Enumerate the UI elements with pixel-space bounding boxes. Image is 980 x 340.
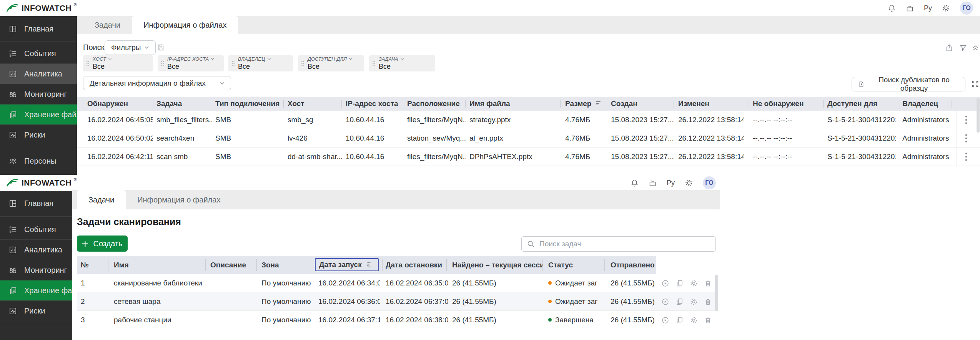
guide-icon[interactable]	[906, 4, 914, 12]
task-settings-icon[interactable]	[690, 298, 698, 306]
drag-handle-icon[interactable]	[231, 61, 235, 66]
filter-chip-task[interactable]: ЗАДАЧАВсе	[369, 55, 435, 71]
filter-funnel-icon[interactable]	[959, 44, 967, 52]
column-header[interactable]: Тип подключения	[215, 97, 284, 111]
create-task-button[interactable]: Создать	[77, 236, 128, 252]
delete-task-icon[interactable]	[704, 279, 712, 287]
column-header[interactable]: Задача	[156, 97, 212, 111]
export-icon[interactable]	[945, 44, 953, 52]
sidebar-item-analytics[interactable]: Аналитика	[0, 64, 77, 84]
column-header[interactable]: №	[81, 256, 104, 274]
sidebar-item-risks[interactable]: Риски	[0, 301, 72, 321]
delete-task-icon[interactable]	[704, 316, 712, 324]
copy-task-icon[interactable]	[676, 316, 684, 324]
column-header[interactable]: Зона	[261, 256, 311, 274]
collapse-icon[interactable]	[971, 44, 980, 52]
sidebar-item-file-storage[interactable]: Хранение файлов	[0, 104, 77, 124]
duplicate-search-button[interactable]: Поиск дубликатов по образцу	[852, 77, 965, 91]
delete-task-icon[interactable]	[704, 298, 712, 306]
table-row[interactable]: 2 сетевая шара По умолчанию 16.02.2024 0…	[77, 292, 715, 311]
sort-icon[interactable]	[595, 101, 602, 106]
table-row[interactable]: 16.02.2024 06:45:05 smb_files_filters...…	[77, 111, 980, 129]
sidebar-item-persons[interactable]: Персоны	[0, 151, 77, 171]
copy-task-icon[interactable]	[676, 298, 684, 306]
sidebar-item-home[interactable]: Главная	[0, 193, 72, 213]
language-switcher[interactable]: Ру	[924, 4, 932, 12]
save-filter-icon[interactable]	[157, 43, 165, 51]
task-search-input[interactable]	[521, 236, 716, 252]
column-header[interactable]: Описание	[210, 256, 253, 274]
run-task-icon[interactable]	[661, 316, 669, 324]
cell-detected: 16.02.2024 06:45:05	[87, 111, 153, 129]
selected-column-outline[interactable]: Дата запуска	[315, 258, 379, 271]
table-row[interactable]: 3 рабочие станции По умолчанию 16.02.202…	[77, 311, 715, 329]
copy-task-icon[interactable]	[676, 279, 684, 287]
sidebar-item-events[interactable]: События	[0, 219, 72, 239]
run-task-icon[interactable]	[661, 279, 669, 287]
row-menu-icon[interactable]	[963, 134, 970, 143]
sidebar-item-monitoring[interactable]: Мониторинг	[0, 84, 77, 104]
column-header[interactable]: Обнаружен	[87, 97, 153, 111]
column-header[interactable]: Имя	[114, 256, 202, 274]
bell-icon[interactable]	[888, 4, 896, 12]
drag-handle-icon[interactable]	[86, 61, 90, 66]
filter-chip-owner[interactable]: ВЛАДЕЛЕЦВсе	[228, 55, 293, 71]
vertical-scrollbar[interactable]	[715, 275, 718, 311]
run-task-icon[interactable]	[661, 298, 669, 306]
sidebar-item-file-storage[interactable]: Хранение файлов	[0, 280, 72, 300]
sort-icon[interactable]	[366, 262, 373, 268]
screenshot-composite: INFOWATCH ® Ру ГО Главная События	[0, 0, 980, 340]
vertical-scrollbar[interactable]	[977, 98, 980, 133]
task-settings-icon[interactable]	[690, 316, 698, 324]
drag-handle-icon[interactable]	[301, 61, 304, 66]
tab-tasks[interactable]: Задачи	[77, 190, 126, 209]
column-header[interactable]: Дата остановки	[386, 256, 446, 274]
guide-icon[interactable]	[649, 179, 657, 187]
column-header[interactable]: IP-адрес хоста	[346, 97, 403, 111]
bell-icon[interactable]	[631, 179, 639, 187]
cell-description	[210, 274, 253, 292]
tab-tasks[interactable]: Задачи	[83, 16, 132, 34]
column-header[interactable]: Расположение	[407, 97, 466, 111]
table-row[interactable]: 16.02.2024 06:42:11 scan smb SMB dd-at-s…	[77, 148, 980, 166]
row-menu-icon[interactable]	[963, 116, 970, 124]
column-header[interactable]: Владелец	[902, 97, 952, 111]
language-switcher[interactable]: Ру	[667, 179, 675, 187]
sidebar-item-monitoring[interactable]: Мониторинг	[0, 260, 72, 280]
column-header[interactable]: Статус	[548, 256, 598, 274]
task-settings-icon[interactable]	[690, 279, 698, 287]
gear-icon[interactable]	[942, 4, 950, 12]
table-row[interactable]: 16.02.2024 06:50:02 search4xen SMB lv-42…	[77, 129, 980, 148]
column-header[interactable]: Найдено – текущая сессия	[452, 256, 542, 274]
sidebar-item-events[interactable]: События	[0, 43, 77, 63]
cell-host: dd-at-smb-shar...	[288, 148, 342, 166]
filter-chip-accessible[interactable]: ДОСТУПЕН ДЛЯВсе	[298, 55, 364, 71]
row-menu-icon[interactable]	[963, 153, 970, 161]
column-header[interactable]: Отправлено – в	[611, 256, 656, 274]
gear-icon[interactable]	[685, 179, 693, 187]
column-header[interactable]: Изменен	[678, 97, 744, 111]
sidebar-item-home[interactable]: Главная	[0, 19, 77, 39]
tab-file-info[interactable]: Информация о файлах	[132, 16, 238, 34]
drag-handle-icon[interactable]	[161, 61, 164, 66]
view-select[interactable]: Детальная информация о файлах	[83, 76, 231, 90]
sidebar-item-analytics[interactable]: Аналитика	[0, 240, 72, 260]
avatar[interactable]: ГО	[703, 176, 716, 189]
table-row[interactable]: 1 сканирование библиотеки По умолчанию 1…	[77, 274, 715, 292]
column-header[interactable]: Хост	[288, 97, 342, 111]
search-icon	[527, 240, 535, 248]
column-header[interactable]: Дата запуска	[319, 259, 362, 270]
column-header[interactable]: Имя файла	[469, 97, 556, 111]
filter-chip-ip[interactable]: IP-АДРЕС ХОСТАВсе	[158, 55, 224, 71]
tab-file-info[interactable]: Информация о файлах	[126, 190, 232, 209]
column-header[interactable]: Доступен для	[827, 97, 896, 111]
column-header[interactable]: Размер	[565, 97, 595, 111]
avatar[interactable]: ГО	[960, 2, 973, 15]
column-header[interactable]: Не обнаружен	[753, 97, 820, 111]
sidebar-item-risks[interactable]: Риски	[0, 125, 77, 145]
expand-icon[interactable]	[971, 80, 979, 88]
filter-chip-host[interactable]: ХОСТВсе	[83, 55, 153, 71]
filters-dropdown-button[interactable]: Фильтры	[105, 40, 156, 55]
drag-handle-icon[interactable]	[372, 61, 376, 66]
column-header[interactable]: Создан	[611, 97, 674, 111]
